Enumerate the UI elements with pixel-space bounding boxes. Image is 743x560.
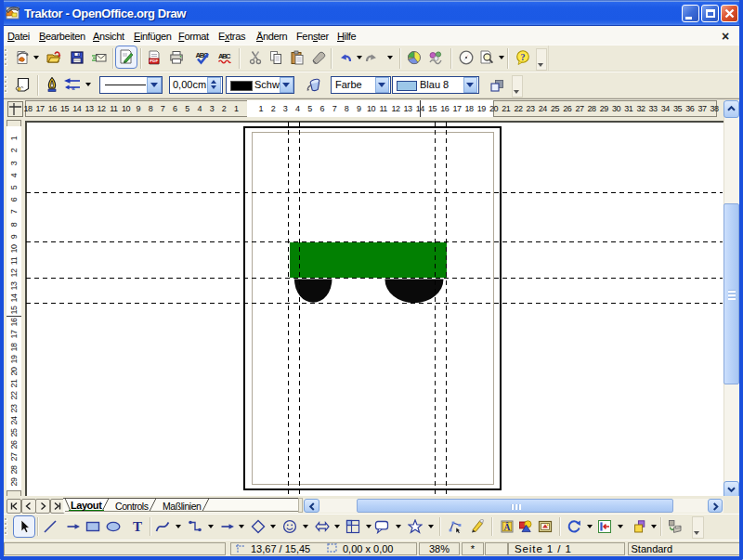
svg-text:Â: Â xyxy=(504,522,511,532)
svg-text:T: T xyxy=(133,519,142,534)
